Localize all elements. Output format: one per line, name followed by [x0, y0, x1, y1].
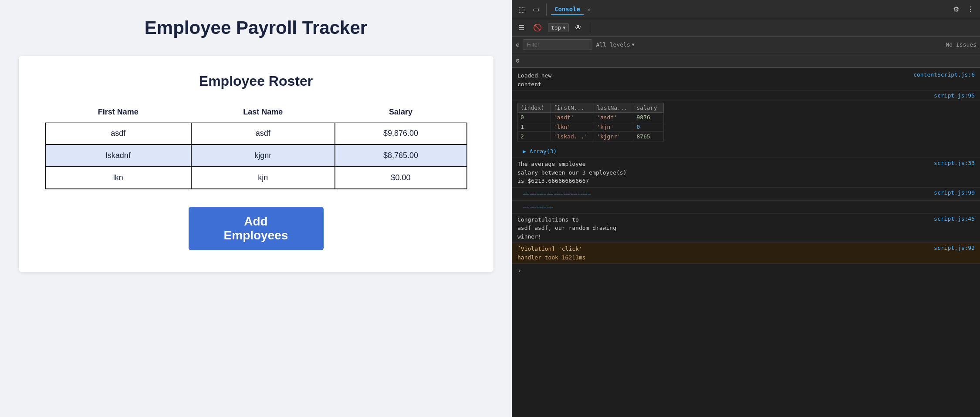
cell-first: asdf: [45, 122, 191, 145]
console-table-row: 1'lkn''kjn'0: [518, 122, 664, 132]
col-salary: Salary: [335, 102, 467, 122]
cell-salary: $0.00: [335, 167, 467, 189]
separator-text2: =========: [517, 202, 558, 212]
sidebar-toggle-icon[interactable]: ☰: [516, 22, 527, 34]
console-content: Loaded newcontent contentScript.js:6 scr…: [512, 68, 980, 417]
congrats-text: Congratulations toasdf asdf, our random …: [517, 215, 930, 241]
col-salary-console: salary: [634, 103, 663, 113]
top-selector[interactable]: top ▼: [548, 23, 569, 32]
app-area: Employee Payroll Tracker Employee Roster…: [0, 0, 512, 417]
violation-text: [Violation] 'click'handler took 16213ms: [517, 245, 930, 262]
levels-chevron: ▼: [632, 42, 635, 47]
cell-salary: $9,876.00: [335, 122, 467, 145]
console-row-loaded: Loaded newcontent contentScript.js:6: [512, 70, 980, 91]
console-row-average: The average employeesalary between our 3…: [512, 158, 980, 188]
clear-console-icon[interactable]: 🚫: [531, 22, 544, 34]
console-data-table: (index) firstN... lastNa... salary 0'asd…: [517, 103, 664, 141]
console-row-script95: script.js:95: [512, 91, 980, 101]
loaded-text: Loaded newcontent: [517, 71, 910, 88]
filter-icon: ⊘: [516, 41, 519, 48]
add-employees-button[interactable]: Add Employees: [189, 207, 324, 250]
console-table-row: 0'asdf''asdf'9876: [518, 113, 664, 122]
device-toolbar-icon[interactable]: ▭: [530, 3, 542, 15]
employee-tbody: asdfasdf$9,876.00lskadnfkjgnr$8,765.00lk…: [45, 122, 467, 189]
array-expand-row[interactable]: ▶ Array(3): [512, 145, 980, 158]
filter-input[interactable]: [523, 39, 592, 50]
cell-last: asdf: [191, 122, 335, 145]
more-tabs[interactable]: »: [587, 6, 591, 13]
card: Employee Roster First Name Last Name Sal…: [19, 56, 493, 272]
console-cell: 'lskad...': [551, 132, 594, 141]
cell-last: kjn: [191, 167, 335, 189]
console-cell: 'kjn': [594, 122, 634, 132]
cell-first: lskadnf: [45, 145, 191, 167]
congrats-link[interactable]: script.js:45: [934, 215, 975, 222]
col-index: (index): [518, 103, 551, 113]
devtools-filter-toolbar: ⊘ All levels ▼ No Issues: [512, 37, 980, 53]
prompt-chevron: ›: [517, 266, 522, 275]
top-label: top: [551, 24, 561, 31]
loaded-link[interactable]: contentScript.js:6: [913, 71, 975, 78]
console-table-row: 2'lskad...''kjgnr'8765: [518, 132, 664, 141]
tab-console[interactable]: Console: [551, 4, 584, 15]
cell-salary: $8,765.00: [335, 145, 467, 167]
avg-link[interactable]: script.js:33: [934, 160, 975, 166]
console-row-violation: [Violation] 'click'handler took 16213ms …: [512, 243, 980, 264]
col-firstname: First Name: [45, 102, 191, 122]
settings-icon[interactable]: ⚙: [950, 3, 962, 15]
console-table-body: 0'asdf''asdf'98761'lkn''kjn'02'lskad...'…: [518, 113, 664, 141]
console-cell: 'asdf': [551, 113, 594, 122]
console-cell: 'asdf': [594, 113, 634, 122]
table-row: asdfasdf$9,876.00: [45, 122, 467, 145]
console-cell: 2: [518, 132, 551, 141]
violation-link[interactable]: script.js:92: [934, 245, 975, 251]
array-expand-label[interactable]: ▶ Array(3): [517, 147, 562, 156]
separator-link[interactable]: script.js:99: [934, 189, 975, 196]
console-cell: 'kjgnr': [594, 132, 634, 141]
roster-title: Employee Roster: [45, 73, 467, 89]
employee-table: First Name Last Name Salary asdfasdf$9,8…: [45, 102, 467, 189]
table-row: lskadnfkjgnr$8,765.00: [45, 145, 467, 167]
devtools-top-toolbar: ⬚ ▭ Console » ⚙ ⋮: [512, 0, 980, 19]
console-settings-icon[interactable]: ⚙: [516, 57, 519, 64]
separator-text: ====================: [517, 189, 596, 198]
col-lastname: Last Name: [191, 102, 335, 122]
col-firstN: firstN...: [551, 103, 594, 113]
no-issues-label: No Issues: [946, 41, 977, 48]
console-cell: 0: [634, 122, 663, 132]
eye-icon[interactable]: 👁: [572, 22, 585, 34]
console-cell: 9876: [634, 113, 663, 122]
console-cell: 1: [518, 122, 551, 132]
console-cell: 'lkn': [551, 122, 594, 132]
cell-last: kjgnr: [191, 145, 335, 167]
console-row-congrats: Congratulations toasdf asdf, our random …: [512, 214, 980, 243]
console-table-area: (index) firstN... lastNa... salary 0'asd…: [512, 101, 980, 145]
console-row-separator: ==================== script.js:99: [512, 188, 980, 201]
all-levels-dropdown[interactable]: All levels ▼: [596, 41, 634, 48]
console-row-separator2: =========: [512, 201, 980, 214]
top-chevron: ▼: [563, 25, 565, 30]
console-prompt-row: ›: [512, 264, 980, 277]
table-row: lknkjn$0.00: [45, 167, 467, 189]
cell-first: lkn: [45, 167, 191, 189]
script95-link[interactable]: script.js:95: [934, 92, 975, 99]
console-cell: 8765: [634, 132, 663, 141]
devtools-settings-toolbar: ⚙: [512, 53, 980, 68]
console-cell: 0: [518, 113, 551, 122]
devtools-panel: ⬚ ▭ Console » ⚙ ⋮ ☰ 🚫 top ▼ 👁 ⊘ All leve…: [512, 0, 980, 417]
col-lastNa: lastNa...: [594, 103, 634, 113]
inspect-element-icon[interactable]: ⬚: [516, 3, 527, 15]
more-options-icon[interactable]: ⋮: [964, 3, 977, 15]
devtools-second-toolbar: ☰ 🚫 top ▼ 👁: [512, 19, 980, 37]
avg-text: The average employeesalary between our 3…: [517, 160, 930, 185]
page-title: Employee Payroll Tracker: [145, 17, 367, 38]
